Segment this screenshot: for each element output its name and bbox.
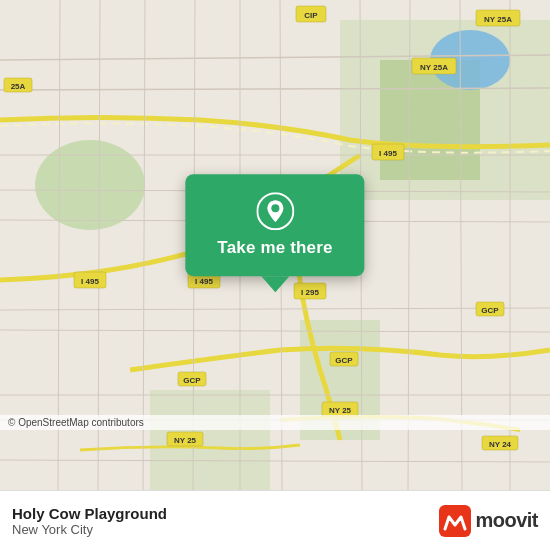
svg-point-2 [35, 140, 145, 230]
svg-text:I 495: I 495 [81, 277, 99, 286]
svg-text:NY 25A: NY 25A [420, 63, 448, 72]
svg-text:25A: 25A [11, 82, 26, 91]
take-me-there-button[interactable]: Take me there [217, 238, 332, 258]
moovit-logo: moovit [439, 505, 538, 537]
popup-arrow [261, 276, 289, 292]
place-name: Holy Cow Playground [12, 505, 167, 522]
svg-text:NY 25: NY 25 [329, 406, 352, 415]
svg-rect-58 [439, 505, 471, 537]
map-container: CIP NY 25A 25A NY 25A I 495 I 495 I 495 … [0, 0, 550, 490]
location-pin-icon [256, 192, 294, 230]
svg-text:I 495: I 495 [379, 149, 397, 158]
copyright-bar: © OpenStreetMap contributors [0, 415, 550, 430]
svg-text:NY 25A: NY 25A [484, 15, 512, 24]
popup-box: Take me there [185, 174, 364, 276]
moovit-brand-icon [439, 505, 471, 537]
bottom-bar-left: Holy Cow Playground New York City [12, 505, 167, 537]
svg-text:GCP: GCP [481, 306, 499, 315]
copyright-text: © OpenStreetMap contributors [8, 417, 144, 428]
svg-text:NY 24: NY 24 [489, 440, 512, 449]
moovit-brand-text: moovit [475, 509, 538, 532]
popup-overlay: Take me there [185, 174, 364, 292]
svg-point-57 [271, 204, 279, 212]
place-city: New York City [12, 522, 167, 537]
svg-text:GCP: GCP [335, 356, 353, 365]
svg-text:NY 25: NY 25 [174, 436, 197, 445]
svg-text:GCP: GCP [183, 376, 201, 385]
bottom-bar: Holy Cow Playground New York City moovit [0, 490, 550, 550]
svg-text:CIP: CIP [304, 11, 318, 20]
